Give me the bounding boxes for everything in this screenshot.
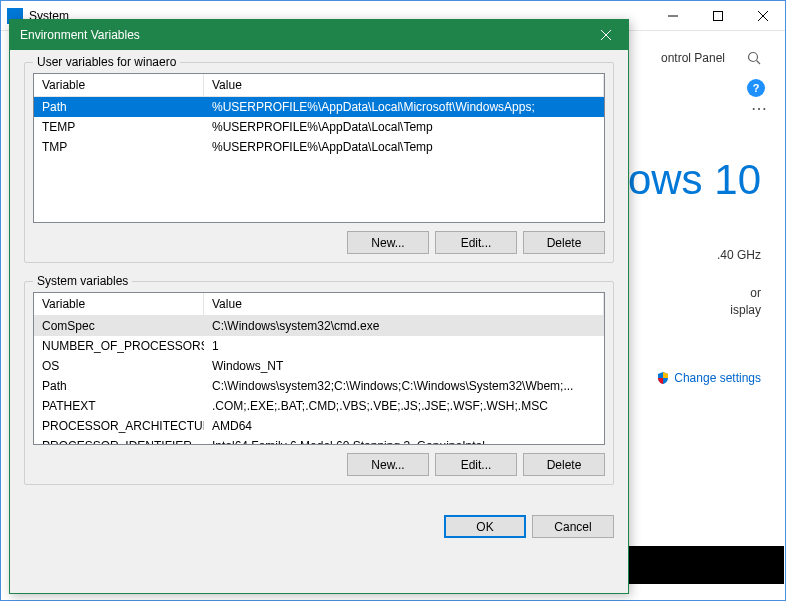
taskbar-fragment xyxy=(629,546,784,584)
table-row[interactable]: TEMP%USERPROFILE%\AppData\Local\Temp xyxy=(34,117,604,137)
system-variables-header: Variable Value xyxy=(34,293,604,316)
variable-value-cell: Windows_NT xyxy=(204,356,604,376)
system-variables-group: System variables Variable Value ComSpecC… xyxy=(24,281,614,485)
column-variable[interactable]: Variable xyxy=(34,293,204,315)
table-row[interactable]: PROCESSOR_ARCHITECTUREAMD64 xyxy=(34,416,604,436)
variable-value-cell: C:\Windows\system32;C:\Windows;C:\Window… xyxy=(204,376,604,396)
dialog-titlebar: Environment Variables xyxy=(10,20,628,50)
column-value[interactable]: Value xyxy=(204,293,604,315)
shield-icon xyxy=(656,371,670,385)
svg-rect-1 xyxy=(713,11,722,20)
variable-name-cell: PROCESSOR_ARCHITECTURE xyxy=(34,416,204,436)
svg-point-4 xyxy=(749,53,758,62)
variable-name-cell: OS xyxy=(34,356,204,376)
table-row[interactable]: TMP%USERPROFILE%\AppData\Local\Temp xyxy=(34,137,604,157)
variable-name-cell: Path xyxy=(34,97,204,117)
variable-value-cell: %USERPROFILE%\AppData\Local\Microsoft\Wi… xyxy=(204,97,604,117)
user-new-button[interactable]: New... xyxy=(347,231,429,254)
system-variables-list[interactable]: Variable Value ComSpecC:\Windows\system3… xyxy=(33,292,605,445)
user-delete-button[interactable]: Delete xyxy=(523,231,605,254)
overflow-icon[interactable]: ⋯ xyxy=(751,99,765,118)
maximize-button[interactable] xyxy=(695,1,740,30)
variable-value-cell: 1 xyxy=(204,336,604,356)
variable-name-cell: Path xyxy=(34,376,204,396)
ok-button[interactable]: OK xyxy=(444,515,526,538)
cancel-button[interactable]: Cancel xyxy=(532,515,614,538)
spec-ghz: .40 GHz xyxy=(717,248,761,262)
system-edit-button[interactable]: Edit... xyxy=(435,453,517,476)
user-variables-header: Variable Value xyxy=(34,74,604,97)
search-icon[interactable] xyxy=(747,51,761,65)
variable-name-cell: TMP xyxy=(34,137,204,157)
table-row[interactable]: Path%USERPROFILE%\AppData\Local\Microsof… xyxy=(34,97,604,117)
dialog-title: Environment Variables xyxy=(20,28,583,42)
user-edit-button[interactable]: Edit... xyxy=(435,231,517,254)
svg-line-5 xyxy=(757,61,761,65)
variable-value-cell: %USERPROFILE%\AppData\Local\Temp xyxy=(204,137,604,157)
spec-line-3: isplay xyxy=(730,303,761,317)
user-variables-group: User variables for winaero Variable Valu… xyxy=(24,62,614,263)
system-variables-group-title: System variables xyxy=(33,274,132,288)
variable-value-cell: %USERPROFILE%\AppData\Local\Temp xyxy=(204,117,604,137)
variable-value-cell: .COM;.EXE;.BAT;.CMD;.VBS;.VBE;.JS;.JSE;.… xyxy=(204,396,604,416)
table-row[interactable]: PATHEXT.COM;.EXE;.BAT;.CMD;.VBS;.VBE;.JS… xyxy=(34,396,604,416)
minimize-button[interactable] xyxy=(650,1,695,30)
windows-10-logo-text: ows 10 xyxy=(628,156,761,204)
help-icon[interactable]: ? xyxy=(747,79,765,97)
variable-value-cell: Intel64 Family 6 Model 60 Stepping 3, Ge… xyxy=(204,436,604,445)
spec-line-2: or xyxy=(750,286,761,300)
change-settings-label: Change settings xyxy=(674,371,761,385)
user-variables-group-title: User variables for winaero xyxy=(33,55,180,69)
column-value[interactable]: Value xyxy=(204,74,604,96)
table-row[interactable]: PathC:\Windows\system32;C:\Windows;C:\Wi… xyxy=(34,376,604,396)
environment-variables-dialog: Environment Variables User variables for… xyxy=(9,19,629,594)
variable-value-cell: C:\Windows\system32\cmd.exe xyxy=(204,316,604,336)
change-settings-link[interactable]: Change settings xyxy=(656,371,761,385)
table-row[interactable]: OSWindows_NT xyxy=(34,356,604,376)
system-new-button[interactable]: New... xyxy=(347,453,429,476)
close-button[interactable] xyxy=(740,1,785,30)
user-variables-list[interactable]: Variable Value Path%USERPROFILE%\AppData… xyxy=(33,73,605,223)
variable-name-cell: ComSpec xyxy=(34,316,204,336)
breadcrumb[interactable]: ontrol Panel xyxy=(661,51,725,65)
table-row[interactable]: NUMBER_OF_PROCESSORS1 xyxy=(34,336,604,356)
variable-value-cell: AMD64 xyxy=(204,416,604,436)
table-row[interactable]: PROCESSOR_IDENTIFIERIntel64 Family 6 Mod… xyxy=(34,436,604,445)
system-delete-button[interactable]: Delete xyxy=(523,453,605,476)
column-variable[interactable]: Variable xyxy=(34,74,204,96)
variable-name-cell: NUMBER_OF_PROCESSORS xyxy=(34,336,204,356)
variable-name-cell: TEMP xyxy=(34,117,204,137)
dialog-close-button[interactable] xyxy=(583,20,628,50)
table-row[interactable]: ComSpecC:\Windows\system32\cmd.exe xyxy=(34,316,604,336)
variable-name-cell: PROCESSOR_IDENTIFIER xyxy=(34,436,204,445)
variable-name-cell: PATHEXT xyxy=(34,396,204,416)
